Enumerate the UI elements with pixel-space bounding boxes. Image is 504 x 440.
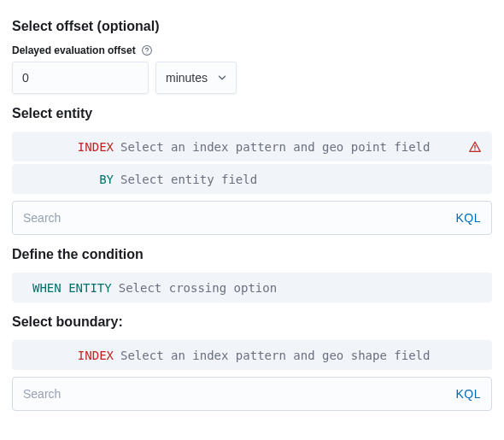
condition-when-row[interactable]: WHEN ENTITY Select crossing option <box>12 273 492 302</box>
offset-unit-select[interactable]: minutes <box>155 62 237 94</box>
entity-by-row[interactable]: BY Select entity field <box>12 164 492 194</box>
index-keyword: INDEX <box>22 140 120 154</box>
entity-index-placeholder: Select an index pattern and geo point fi… <box>120 140 482 154</box>
offset-section-title: Select offset (optional) <box>12 19 492 34</box>
svg-point-1 <box>146 52 147 53</box>
svg-point-3 <box>474 149 475 150</box>
when-entity-keyword: WHEN ENTITY <box>22 281 119 295</box>
offset-value-input[interactable] <box>12 62 149 94</box>
entity-section-title: Select entity <box>12 106 492 121</box>
entity-by-placeholder: Select entity field <box>120 173 482 186</box>
kql-toggle[interactable]: KQL <box>455 387 481 401</box>
offset-label: Delayed evaluation offset <box>12 44 136 56</box>
boundary-index-row[interactable]: INDEX Select an index pattern and geo sh… <box>12 340 492 370</box>
kql-toggle[interactable]: KQL <box>455 211 481 225</box>
boundary-search-input[interactable] <box>23 387 455 401</box>
by-keyword: BY <box>22 173 120 186</box>
warning-icon <box>468 140 482 154</box>
entity-search-row[interactable]: KQL <box>12 201 492 235</box>
help-icon[interactable] <box>141 44 153 56</box>
entity-search-input[interactable] <box>23 211 455 225</box>
condition-section-title: Define the condition <box>12 247 492 262</box>
boundary-search-row[interactable]: KQL <box>12 377 492 411</box>
entity-index-row[interactable]: INDEX Select an index pattern and geo po… <box>12 132 492 161</box>
index-keyword: INDEX <box>22 349 120 362</box>
boundary-section-title: Select boundary: <box>12 314 492 330</box>
condition-when-placeholder: Select crossing option <box>119 281 482 295</box>
boundary-index-placeholder: Select an index pattern and geo shape fi… <box>120 349 482 362</box>
